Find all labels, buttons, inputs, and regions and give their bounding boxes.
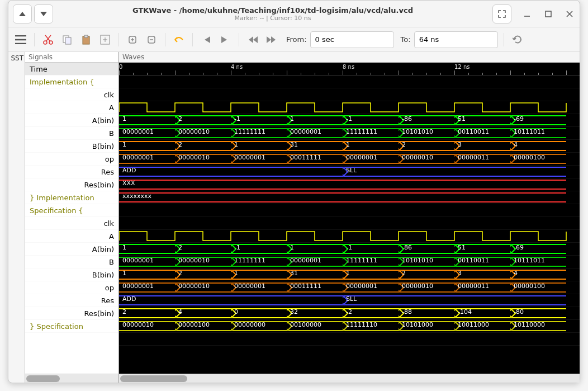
wave-row: 121311234 xyxy=(119,268,580,281)
signals-header: Signals xyxy=(25,52,118,63)
menu-icon[interactable] xyxy=(13,32,29,48)
main-area: SST Signals TimeImplementation {clkAA(bi… xyxy=(8,52,580,383)
paste-icon[interactable] xyxy=(78,32,94,48)
wave-row: 24032-2-88-104-80 xyxy=(119,307,580,320)
svg-point-2 xyxy=(44,41,47,44)
cut-icon[interactable] xyxy=(40,32,56,48)
wave-row: 0000000100000010111111110000000111111111… xyxy=(119,256,580,268)
waves-panel: Waves 04 ns8 ns12 ns12-11-1-8651-6900000… xyxy=(119,52,580,383)
window-subtitle: Marker: -- | Cursor: 10 ns xyxy=(53,15,492,22)
signal-row[interactable]: A(bin) xyxy=(25,114,118,127)
reload-icon[interactable] xyxy=(510,32,525,48)
wave-row: ADDSLL xyxy=(119,166,580,178)
signal-row[interactable]: clk xyxy=(25,88,118,101)
waves-scrollbar[interactable] xyxy=(119,374,580,383)
signal-row[interactable]: Res(bin) xyxy=(25,307,118,320)
wave-row: ADDSLL xyxy=(119,294,580,307)
wave-row xyxy=(119,230,580,243)
wave-row xyxy=(119,217,580,230)
wave-row: 0000000100000010111111110000000111111111… xyxy=(119,127,580,140)
signal-row[interactable]: Time xyxy=(25,63,118,76)
toolbar: From: To: xyxy=(8,27,580,52)
wave-row: 121311234 xyxy=(119,140,580,153)
signals-panel: Signals TimeImplementation {clkAA(bin)BB… xyxy=(25,52,119,383)
signals-scrollbar[interactable] xyxy=(25,374,118,383)
svg-rect-5 xyxy=(65,37,71,44)
maximize-button[interactable] xyxy=(543,8,554,20)
next-edge-icon[interactable] xyxy=(264,32,279,48)
signal-row[interactable]: } Specification xyxy=(25,320,118,333)
wave-row: 0000000100000010000000010001111100000001… xyxy=(119,153,580,166)
signal-row[interactable]: A(bin) xyxy=(25,243,118,256)
undo-icon[interactable] xyxy=(171,32,187,48)
signal-row[interactable]: Specification { xyxy=(25,204,118,217)
goto-start-icon[interactable] xyxy=(198,32,214,48)
expand-button[interactable] xyxy=(492,4,511,23)
time-ruler: 04 ns8 ns12 ns xyxy=(119,63,580,76)
signal-row[interactable]: B(bin) xyxy=(25,268,118,281)
signal-list[interactable]: TimeImplementation {clkAA(bin)BB(bin)opR… xyxy=(25,63,118,374)
app-window: GTKWave - /home/ukuhne/Teaching/inf10x/t… xyxy=(8,0,580,383)
signal-row[interactable]: Res xyxy=(25,166,118,178)
signal-row[interactable]: Res(bin) xyxy=(25,178,118,191)
nav-down-button[interactable] xyxy=(34,4,53,23)
prev-edge-icon[interactable] xyxy=(245,32,260,48)
signal-row[interactable]: Res xyxy=(25,294,118,307)
svg-rect-7 xyxy=(84,35,88,37)
sst-panel[interactable]: SST xyxy=(8,52,25,383)
wave-row xyxy=(119,76,580,88)
from-label: From: xyxy=(286,35,307,44)
wave-row: 12-11-1-8651-69 xyxy=(119,114,580,127)
wave-row: xxxxxxxx xyxy=(119,191,580,204)
to-input[interactable] xyxy=(414,31,498,48)
signal-row[interactable]: clk xyxy=(25,217,118,230)
signal-row[interactable]: A xyxy=(25,230,118,243)
wave-row xyxy=(119,88,580,101)
wave-row xyxy=(119,101,580,114)
minimize-button[interactable] xyxy=(521,8,533,20)
titlebar: GTKWave - /home/ukuhne/Teaching/inf10x/t… xyxy=(8,1,580,27)
signal-row[interactable]: Implementation { xyxy=(25,76,118,88)
wave-row: 0000001000000100000000000010000011111110… xyxy=(119,320,580,333)
signal-row[interactable]: B xyxy=(25,256,118,268)
signal-row[interactable]: op xyxy=(25,153,118,166)
svg-point-3 xyxy=(49,41,53,44)
close-button[interactable] xyxy=(564,8,575,20)
signal-row[interactable]: } Implementation xyxy=(25,191,118,204)
wave-row xyxy=(119,204,580,217)
signal-row[interactable]: A xyxy=(25,101,118,114)
from-input[interactable] xyxy=(310,31,394,48)
wave-row: 0000000100000010000000010001111100000001… xyxy=(119,281,580,294)
to-label: To: xyxy=(401,35,411,44)
waves-header: Waves xyxy=(119,52,580,63)
zoom-in-icon[interactable] xyxy=(125,32,140,48)
goto-end-icon[interactable] xyxy=(217,32,233,48)
wave-area[interactable]: 04 ns8 ns12 ns12-11-1-8651-6900000001000… xyxy=(119,63,580,374)
copy-icon[interactable] xyxy=(59,32,75,48)
wave-row: 12-11-1-8651-69 xyxy=(119,243,580,256)
window-title: GTKWave - /home/ukuhne/Teaching/inf10x/t… xyxy=(53,6,492,15)
wave-row xyxy=(119,333,580,346)
zoom-fit-icon[interactable] xyxy=(97,32,113,48)
signal-row[interactable]: B(bin) xyxy=(25,140,118,153)
zoom-out-icon[interactable] xyxy=(144,32,159,48)
sst-label: SST xyxy=(11,54,23,62)
signal-row[interactable]: B xyxy=(25,127,118,140)
wave-row: XXX xyxy=(119,178,580,191)
nav-up-button[interactable] xyxy=(13,4,32,23)
svg-rect-1 xyxy=(546,11,551,17)
signal-row[interactable]: op xyxy=(25,281,118,294)
